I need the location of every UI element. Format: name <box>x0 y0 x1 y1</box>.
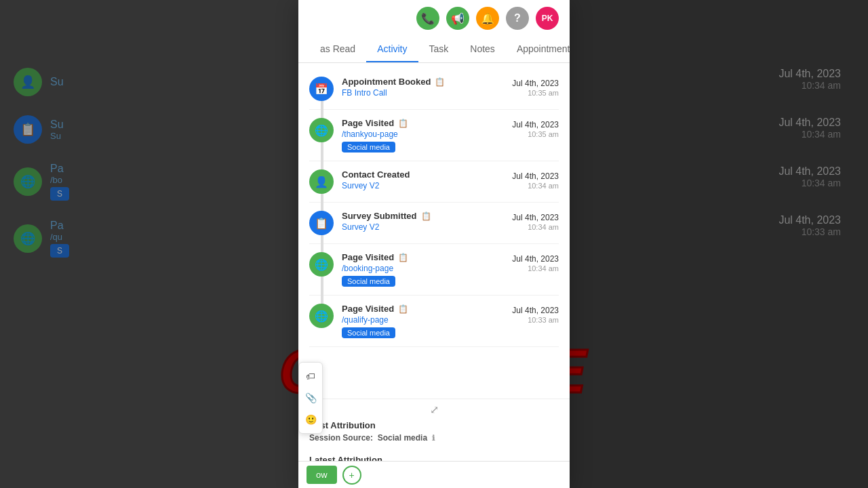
expand-section: ⤢ <box>298 399 570 420</box>
contact-created-title-row: Contact Created <box>342 169 496 180</box>
phone-button[interactable]: 📞 <box>416 7 439 30</box>
tab-as-read[interactable]: as Read <box>309 37 366 62</box>
activity-list: 📅 Appointment Booked 📋 FB Intro Call Jul… <box>298 63 570 399</box>
side-toolbar: 🏷 📎 🙂 <box>298 362 323 434</box>
page-visited-2-title: Page Visited <box>342 252 394 262</box>
first-attribution-info-icon[interactable]: ℹ <box>432 434 435 442</box>
first-attribution-row: Session Source: Social media ℹ <box>309 433 559 443</box>
toolbar-tag-button[interactable]: 🏷 <box>301 367 320 386</box>
appointment-date: Jul 4th, 2023 10:35 am <box>505 77 559 97</box>
contact-created-date: Jul 4th, 2023 10:34 am <box>505 169 559 190</box>
survey-submitted-title: Survey Submitted <box>342 211 417 221</box>
appointment-title-row: Appointment Booked 📋 <box>342 77 496 87</box>
activity-item-page-visited-2: 🌐 Page Visited 📋 /booking-page Social me… <box>309 244 559 296</box>
page-visited-2-subtitle: /booking-page <box>342 264 496 273</box>
help-button[interactable]: ? <box>506 7 529 30</box>
first-attribution-value: Social media <box>378 433 427 443</box>
footer-circle-button[interactable]: + <box>342 466 361 485</box>
page-visited-1-title-row: Page Visited 📋 <box>342 118 496 128</box>
survey-submitted-date-text: Jul 4th, 2023 <box>512 213 559 222</box>
page-visited-1-date-text: Jul 4th, 2023 <box>512 120 559 129</box>
footer-action-button[interactable]: ow <box>307 466 337 484</box>
modal-footer: ow + <box>298 461 570 488</box>
tab-notes[interactable]: Notes <box>459 37 506 62</box>
page-visited-3-date-text: Jul 4th, 2023 <box>512 306 559 315</box>
first-attribution-label: Session Source: <box>309 433 373 443</box>
page-visited-2-date-text: Jul 4th, 2023 <box>512 254 559 264</box>
modal-panel: 📞 📢 🔔 ? PK as Read Activity Task Notes A… <box>298 0 570 488</box>
contact-created-content: Contact Created Survey V2 <box>342 169 496 190</box>
first-attribution-title: First Attribution <box>309 420 559 430</box>
survey-submitted-subtitle: Survey V2 <box>342 222 496 232</box>
survey-submitted-icon: 📋 <box>309 211 334 235</box>
toolbar-attachment-button[interactable]: 📎 <box>301 388 320 407</box>
activity-item-page-visited-1: 🌐 Page Visited 📋 /thankyou-page Social m… <box>309 110 559 161</box>
page-visited-2-date: Jul 4th, 2023 10:34 am <box>505 252 559 272</box>
page-visited-3-date: Jul 4th, 2023 10:33 am <box>505 304 559 324</box>
activity-item-appointment-booked: 📅 Appointment Booked 📋 FB Intro Call Jul… <box>309 68 559 110</box>
tab-activity[interactable]: Activity <box>366 37 418 62</box>
page-visited-2-time: 10:34 am <box>505 264 559 272</box>
survey-submitted-date: Jul 4th, 2023 10:34 am <box>505 211 559 231</box>
expand-button[interactable]: ⤢ <box>430 403 439 416</box>
page-visited-1-title: Page Visited <box>342 118 394 128</box>
page-visited-1-subtitle: /thankyou-page <box>342 129 496 139</box>
contact-created-icon: 👤 <box>309 169 334 194</box>
appointment-time: 10:35 am <box>505 89 559 97</box>
page-visited-3-icon: 🌐 <box>309 304 334 328</box>
page-visited-3-title: Page Visited <box>342 304 394 314</box>
tab-appointment[interactable]: Appointment <box>506 37 581 62</box>
appointment-date-text: Jul 4th, 2023 <box>512 79 559 88</box>
modal-tabs: as Read Activity Task Notes Appointment <box>298 37 570 63</box>
page-visited-2-icon: 🌐 <box>309 252 334 277</box>
activity-item-page-visited-3: 🌐 Page Visited 📋 /qualify-page Social me… <box>309 296 559 347</box>
page-visited-2-copy-icon[interactable]: 📋 <box>398 253 408 262</box>
appointment-subtitle: FB Intro Call <box>342 88 496 98</box>
survey-submitted-title-row: Survey Submitted 📋 <box>342 211 496 221</box>
page-visited-2-badge: Social media <box>342 276 395 287</box>
contact-created-date-text: Jul 4th, 2023 <box>512 171 559 181</box>
appointment-title: Appointment Booked <box>342 77 431 87</box>
page-visited-3-content: Page Visited 📋 /qualify-page Social medi… <box>342 304 496 338</box>
user-avatar-button[interactable]: PK <box>536 7 559 30</box>
bell-button[interactable]: 🔔 <box>476 7 499 30</box>
page-visited-2-content: Page Visited 📋 /booking-page Social medi… <box>342 252 496 287</box>
page-visited-3-title-row: Page Visited 📋 <box>342 304 496 314</box>
survey-submitted-time: 10:34 am <box>505 223 559 231</box>
page-visited-3-subtitle: /qualify-page <box>342 315 496 325</box>
page-visited-3-badge: Social media <box>342 327 395 338</box>
modal-header: 📞 📢 🔔 ? PK <box>298 0 570 37</box>
page-visited-3-time: 10:33 am <box>505 316 559 324</box>
page-visited-1-badge: Social media <box>342 142 395 152</box>
appointment-content: Appointment Booked 📋 FB Intro Call <box>342 77 496 98</box>
toolbar-smile-button[interactable]: 🙂 <box>301 410 320 429</box>
appointment-icon: 📅 <box>309 77 334 101</box>
megaphone-button[interactable]: 📢 <box>446 7 469 30</box>
page-visited-1-copy-icon[interactable]: 📋 <box>398 119 408 128</box>
activity-item-survey-submitted: 📋 Survey Submitted 📋 Survey V2 Jul 4th, … <box>309 203 559 244</box>
activity-item-contact-created: 👤 Contact Created Survey V2 Jul 4th, 202… <box>309 161 559 203</box>
contact-created-time: 10:34 am <box>505 182 559 190</box>
appointment-copy-icon[interactable]: 📋 <box>435 77 445 87</box>
contact-created-title: Contact Created <box>342 169 410 180</box>
page-visited-3-copy-icon[interactable]: 📋 <box>398 304 408 314</box>
survey-submitted-content: Survey Submitted 📋 Survey V2 <box>342 211 496 232</box>
page-visited-1-time: 10:35 am <box>505 130 559 138</box>
page-visited-1-icon: 🌐 <box>309 118 334 142</box>
contact-created-subtitle: Survey V2 <box>342 181 496 190</box>
tab-task[interactable]: Task <box>418 37 460 62</box>
page-visited-2-title-row: Page Visited 📋 <box>342 252 496 262</box>
page-visited-1-date: Jul 4th, 2023 10:35 am <box>505 118 559 138</box>
page-visited-1-content: Page Visited 📋 /thankyou-page Social med… <box>342 118 496 152</box>
survey-submitted-copy-icon[interactable]: 📋 <box>421 211 431 221</box>
